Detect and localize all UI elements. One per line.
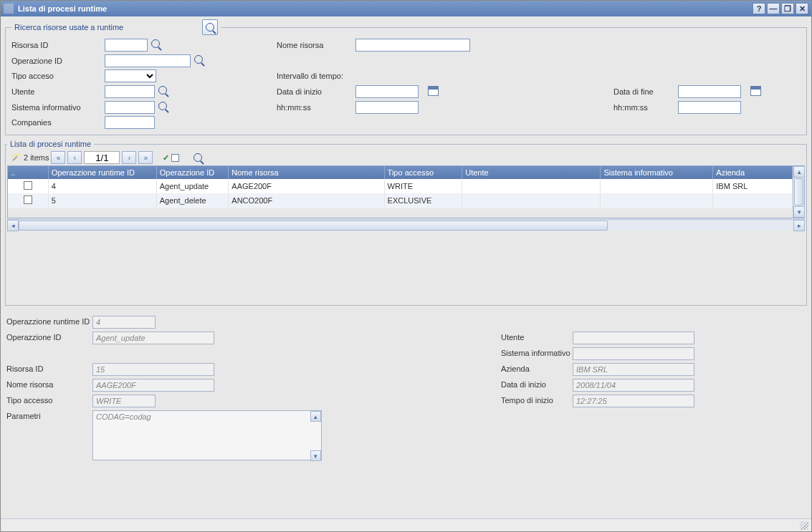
confirm-icon[interactable]: ✓ bbox=[163, 153, 169, 163]
label-detail-risorsa-id: Risorsa ID bbox=[6, 363, 92, 376]
companies-input[interactable] bbox=[105, 116, 155, 129]
cell-utente bbox=[462, 193, 601, 208]
label-detail-sistema-info: Sistema informativo bbox=[501, 347, 573, 360]
detail-parametri bbox=[92, 410, 322, 460]
data-fine-calendar[interactable] bbox=[750, 85, 761, 97]
risorsa-id-lookup[interactable] bbox=[150, 38, 161, 49]
hhmmss-end-input[interactable] bbox=[678, 101, 741, 114]
cell-utente bbox=[462, 179, 601, 193]
last-page-button[interactable]: » bbox=[138, 151, 153, 164]
col-utente[interactable]: Utente bbox=[462, 166, 601, 179]
data-inizio-calendar[interactable] bbox=[427, 85, 439, 97]
label-operazione-id: Operazione ID bbox=[11, 57, 105, 65]
cell-azienda: IBM SRL bbox=[713, 179, 793, 193]
magnify-icon bbox=[206, 23, 214, 32]
table-inner: .. Operazzione runtime ID Operazzione ID… bbox=[8, 166, 793, 218]
magnify-icon bbox=[194, 55, 203, 64]
search-grid: Risorsa ID Nome risorsa Operazione ID Ti… bbox=[11, 38, 801, 129]
vertical-scrollbar[interactable]: ▴ ▾ bbox=[793, 166, 804, 218]
toolbar-wizard-button[interactable]: 🪄 bbox=[10, 152, 22, 163]
magnify-icon bbox=[194, 153, 202, 162]
hscroll-track[interactable] bbox=[19, 221, 793, 231]
col-op-runtime-id[interactable]: Operazzione runtime ID bbox=[48, 166, 156, 179]
col-sistema-info[interactable]: Sistema informativo bbox=[601, 166, 713, 179]
sistema-info-lookup[interactable] bbox=[157, 100, 168, 112]
minimize-button[interactable]: — bbox=[767, 3, 780, 14]
col-op-id[interactable]: Operazzione ID bbox=[156, 166, 229, 179]
cell-tipo-accesso: EXCLUSIVE bbox=[384, 193, 462, 208]
label-detail-data-inizio: Data di inizio bbox=[501, 379, 573, 392]
ta-scroll-up-icon[interactable]: ▴ bbox=[310, 411, 321, 422]
cell-nome-risorsa: ANCO200F bbox=[229, 193, 384, 208]
magnify-icon bbox=[151, 39, 160, 48]
first-page-button[interactable]: « bbox=[51, 151, 65, 164]
scroll-thumb[interactable] bbox=[794, 178, 803, 205]
utente-lookup[interactable] bbox=[157, 84, 168, 96]
nome-risorsa-input[interactable] bbox=[355, 39, 470, 52]
select-toggle[interactable] bbox=[171, 154, 179, 162]
operazione-id-input[interactable] bbox=[105, 54, 191, 67]
data-inizio-input[interactable] bbox=[355, 85, 419, 98]
search-legend: Ricerca risorse usate a runtime bbox=[11, 19, 221, 35]
content: Ricerca risorse usate a runtime Risorsa … bbox=[1, 16, 811, 518]
scroll-up-icon[interactable]: ▴ bbox=[793, 166, 805, 178]
table-wrap: .. Operazzione runtime ID Operazzione ID… bbox=[7, 165, 805, 218]
detail-risorsa-id bbox=[92, 363, 214, 376]
next-page-button[interactable]: › bbox=[122, 151, 136, 164]
window-icon bbox=[4, 4, 14, 14]
list-legend: Lista di procesi runtime bbox=[7, 140, 94, 148]
hscroll-thumb[interactable] bbox=[19, 221, 608, 231]
resize-grip-icon[interactable] bbox=[800, 521, 808, 530]
tipo-acceso-select[interactable] bbox=[105, 69, 156, 82]
maximize-button[interactable]: ❐ bbox=[781, 3, 794, 14]
close-button[interactable]: ✕ bbox=[796, 3, 808, 14]
magnify-icon bbox=[158, 86, 167, 95]
table-row[interactable]: 4Agent_updateAAGE200FWRITEIBM SRL bbox=[8, 179, 793, 193]
page-input[interactable] bbox=[84, 151, 120, 164]
list-search-button[interactable] bbox=[192, 152, 204, 163]
table-row[interactable]: 5Agent_deleteANCO200FEXCLUSIVE bbox=[8, 193, 793, 208]
textarea-scrollbar[interactable]: ▴ ▾ bbox=[310, 411, 321, 461]
sistema-info-input[interactable] bbox=[105, 101, 155, 114]
row-checkbox[interactable] bbox=[24, 195, 32, 204]
detail-sistema-info bbox=[573, 347, 694, 360]
search-button[interactable] bbox=[202, 19, 218, 35]
detail-azienda bbox=[573, 363, 694, 376]
risorsa-id-input[interactable] bbox=[105, 39, 148, 52]
search-fieldset: Ricerca risorse usate a runtime Risorsa … bbox=[5, 19, 807, 135]
label-utente: Utente bbox=[11, 87, 105, 96]
cell-sistema-info bbox=[601, 179, 713, 193]
label-hhmmss-start: hh:mm:ss bbox=[277, 103, 355, 112]
search-legend-text: Ricerca risorse usate a runtime bbox=[14, 23, 123, 32]
magnify-icon bbox=[158, 102, 167, 110]
label-detail-op-id: Operazzione ID bbox=[6, 332, 92, 344]
cell-op-id: Agent_update bbox=[156, 179, 229, 193]
detail-op-id bbox=[92, 332, 214, 344]
prev-page-button[interactable]: ‹ bbox=[67, 151, 82, 164]
label-companies: Companies bbox=[11, 118, 105, 127]
help-button[interactable]: ? bbox=[753, 3, 765, 14]
window-title: Lista di procesi runtime bbox=[18, 4, 751, 13]
col-azienda[interactable]: Azienda bbox=[713, 166, 793, 179]
detail-parametri-wrap: ▴ ▾ bbox=[92, 410, 322, 462]
scroll-left-icon[interactable]: ◂ bbox=[7, 220, 19, 231]
data-fine-input[interactable] bbox=[678, 85, 741, 98]
col-select[interactable]: .. bbox=[8, 166, 48, 179]
horizontal-scrollbar[interactable]: ◂ ▸ bbox=[7, 219, 805, 231]
scroll-right-icon[interactable]: ▸ bbox=[793, 220, 805, 231]
col-tipo-accesso[interactable]: Tipo accesso bbox=[384, 166, 462, 179]
detail-utente bbox=[573, 332, 694, 344]
cell-op-runtime-id: 4 bbox=[48, 179, 156, 193]
cell-azienda bbox=[713, 193, 793, 208]
operazione-id-lookup[interactable] bbox=[193, 54, 204, 65]
utente-input[interactable] bbox=[105, 85, 155, 98]
scroll-down-icon[interactable]: ▾ bbox=[793, 206, 805, 218]
ta-scroll-down-icon[interactable]: ▾ bbox=[310, 450, 321, 461]
col-nome-risorsa[interactable]: Nome risorsa bbox=[229, 166, 384, 179]
hhmmss-start-input[interactable] bbox=[355, 101, 419, 114]
cell-op-runtime-id: 5 bbox=[48, 193, 156, 208]
detail-tempo-inizio bbox=[573, 395, 694, 407]
titlebar[interactable]: Lista di procesi runtime ? — ❐ ✕ bbox=[1, 1, 811, 16]
row-checkbox[interactable] bbox=[24, 181, 32, 190]
list-toolbar: 🪄 2 items « ‹ › » ✓ bbox=[7, 150, 805, 165]
